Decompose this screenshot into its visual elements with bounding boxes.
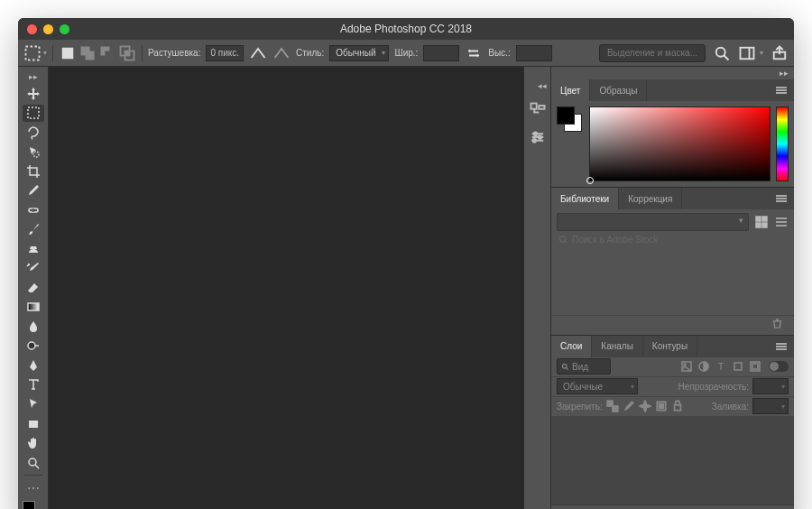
svg-rect-5 xyxy=(106,51,115,60)
search-icon[interactable] xyxy=(713,44,731,62)
lock-all-icon[interactable] xyxy=(671,400,684,412)
edit-toolbar-icon[interactable]: ⋯ xyxy=(23,479,44,497)
tab-swatches[interactable]: Образцы xyxy=(590,79,647,101)
library-search[interactable]: Поиск в Adobe Stock xyxy=(551,235,794,248)
move-tool[interactable] xyxy=(23,85,44,103)
filter-adjustment-icon[interactable] xyxy=(697,360,710,373)
workspace-chevron-icon[interactable]: ▾ xyxy=(760,49,763,57)
share-icon[interactable] xyxy=(770,44,789,62)
crop-tool[interactable] xyxy=(23,162,44,180)
list-view-icon[interactable] xyxy=(774,215,789,229)
selection-new-icon[interactable] xyxy=(59,44,77,62)
workspace-icon[interactable] xyxy=(738,44,756,62)
tab-color[interactable]: Цвет xyxy=(551,79,590,101)
dock-collapse-icon[interactable]: ◂◂ xyxy=(534,79,550,92)
maximize-window-button[interactable] xyxy=(60,24,69,34)
svg-rect-12 xyxy=(28,107,39,118)
lock-artboard-icon[interactable] xyxy=(655,400,668,412)
filter-image-icon[interactable] xyxy=(680,360,693,373)
color-swatches[interactable] xyxy=(23,501,44,509)
hand-tool[interactable] xyxy=(23,434,44,452)
layers-list[interactable] xyxy=(551,417,794,504)
history-brush-tool[interactable] xyxy=(23,260,44,278)
fill-field[interactable] xyxy=(752,398,789,414)
type-tool[interactable] xyxy=(23,376,44,394)
marquee-tool[interactable] xyxy=(23,105,44,123)
tab-channels[interactable]: Каналы xyxy=(592,336,643,357)
svg-point-16 xyxy=(28,342,35,349)
svg-rect-41 xyxy=(674,405,680,411)
swap-dims-icon[interactable] xyxy=(465,44,483,62)
filter-smartobject-icon[interactable] xyxy=(749,360,761,373)
color-picker-cursor[interactable] xyxy=(586,177,594,184)
tab-libraries[interactable]: Библиотеки xyxy=(551,188,619,209)
panel-foreground-swatch[interactable] xyxy=(557,106,575,125)
panel-color-swatches[interactable] xyxy=(557,106,584,181)
svg-point-13 xyxy=(33,152,39,157)
feather-field[interactable]: 0 пикс. xyxy=(206,45,244,61)
tab-paths[interactable]: Контуры xyxy=(643,336,697,357)
eyedropper-tool[interactable] xyxy=(23,182,44,200)
properties-panel-icon[interactable] xyxy=(529,128,547,146)
toolbox-collapse-icon[interactable]: ▸▸ xyxy=(27,70,40,83)
panel-menu-icon[interactable] xyxy=(769,336,794,357)
panel-menu-icon[interactable] xyxy=(769,188,794,209)
rectangle-tool[interactable] xyxy=(23,415,44,433)
selection-add-icon[interactable] xyxy=(78,44,97,62)
pen-tool[interactable] xyxy=(23,356,44,375)
blur-tool[interactable] xyxy=(23,318,44,336)
gradient-tool[interactable] xyxy=(23,299,44,317)
libraries-body: Поиск в Adobe Stock xyxy=(551,209,794,335)
svg-point-9 xyxy=(716,47,725,56)
antialias2-icon[interactable] xyxy=(272,44,291,62)
panel-menu-icon[interactable] xyxy=(769,79,794,101)
eraser-tool[interactable] xyxy=(23,279,44,297)
blend-mode-select[interactable]: Обычные xyxy=(557,378,638,394)
path-select-tool[interactable] xyxy=(23,395,44,413)
filter-type-icon[interactable]: T xyxy=(715,360,727,373)
layer-kind-filter[interactable]: Вид xyxy=(557,358,611,375)
dodge-tool[interactable] xyxy=(23,338,44,356)
lasso-tool[interactable] xyxy=(23,124,44,142)
svg-point-22 xyxy=(533,132,537,135)
panels-collapse-icon[interactable]: ▸▸ xyxy=(551,67,794,79)
width-field[interactable] xyxy=(423,45,459,61)
antialias-icon[interactable] xyxy=(249,44,267,62)
svg-rect-3 xyxy=(86,51,95,60)
clone-stamp-tool[interactable] xyxy=(23,240,44,258)
lock-position-icon[interactable] xyxy=(639,400,651,412)
selection-mode-group xyxy=(59,44,136,62)
height-field[interactable] xyxy=(516,45,552,61)
filter-toggle[interactable] xyxy=(769,361,789,372)
lock-pixels-icon[interactable] xyxy=(623,400,635,412)
minimize-window-button[interactable] xyxy=(43,24,53,34)
library-search-placeholder: Поиск в Adobe Stock xyxy=(572,235,658,245)
zoom-tool[interactable] xyxy=(23,454,44,472)
filter-shape-icon[interactable] xyxy=(732,360,744,373)
trash-icon[interactable] xyxy=(768,318,787,332)
style-select[interactable]: Обычный xyxy=(329,45,389,61)
selection-subtract-icon[interactable] xyxy=(98,44,116,62)
tab-layers[interactable]: Слои xyxy=(551,336,592,357)
brush-tool[interactable] xyxy=(23,221,44,239)
hue-slider[interactable] xyxy=(776,106,789,181)
select-and-mask-button[interactable]: Выделение и маска... xyxy=(599,44,706,62)
history-panel-icon[interactable] xyxy=(529,101,547,119)
color-field[interactable] xyxy=(589,106,770,181)
lock-transparency-icon[interactable] xyxy=(606,400,619,412)
tool-preset-chevron-icon[interactable]: ▾ xyxy=(43,49,47,57)
grid-view-icon[interactable] xyxy=(754,215,769,229)
close-window-button[interactable] xyxy=(27,24,37,34)
current-tool-icon[interactable] xyxy=(23,44,42,62)
opacity-field[interactable] xyxy=(752,378,789,394)
quick-select-tool[interactable] xyxy=(23,143,44,162)
tab-adjustments[interactable]: Коррекция xyxy=(619,188,682,209)
titlebar[interactable]: Adobe Photoshop CC 2018 xyxy=(18,18,794,40)
svg-point-23 xyxy=(538,135,541,139)
canvas[interactable] xyxy=(49,67,523,509)
selection-intersect-icon[interactable] xyxy=(118,44,136,62)
foreground-swatch[interactable] xyxy=(23,501,35,509)
library-select[interactable] xyxy=(557,213,749,231)
width-label: Шир.: xyxy=(394,48,418,58)
healing-brush-tool[interactable] xyxy=(23,201,44,219)
